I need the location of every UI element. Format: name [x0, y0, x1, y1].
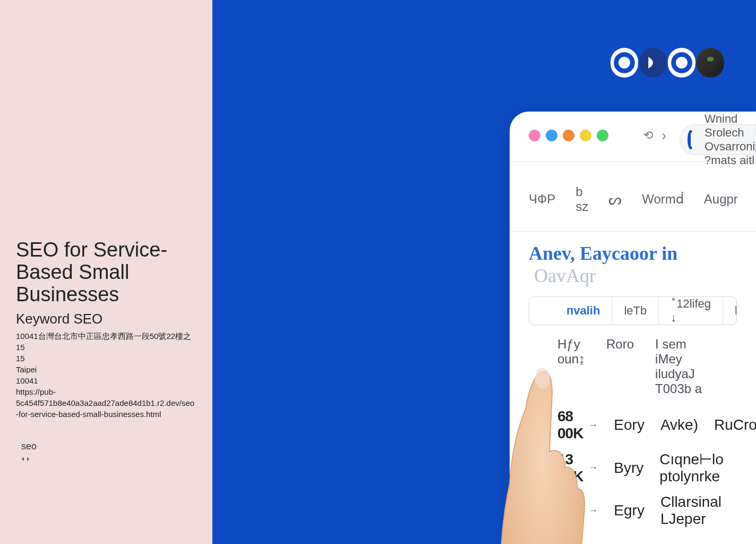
- row-tag: Byry: [614, 460, 643, 477]
- svg-point-3: [707, 57, 714, 62]
- row-label: Cllarsinal LJeper: [660, 494, 721, 528]
- window-dot[interactable]: [580, 130, 591, 141]
- tab-item[interactable]: Wormḋ: [642, 192, 684, 207]
- row-label: RuCroves: [714, 416, 756, 434]
- col-header[interactable]: Hƒy oun↨: [557, 337, 585, 396]
- address-line: 15: [16, 353, 196, 364]
- window-dot[interactable]: [529, 130, 540, 141]
- logo-glyph: [697, 48, 724, 78]
- tab-item[interactable]: ЧФР: [529, 192, 555, 207]
- window-dot[interactable]: [597, 130, 608, 141]
- tab-item[interactable]: Augpr: [704, 192, 738, 207]
- row-extra: Avke): [660, 416, 698, 434]
- expand-icon[interactable]: [21, 454, 196, 464]
- address-line: 10041台灣台北市中正區忠孝西路一段50號22樓之15: [16, 330, 196, 353]
- table-row[interactable]: 80 00K→BylxPonwП_Caurapednth: [510, 532, 756, 544]
- address-bar[interactable]: Wnind Srolech Ovsarroning ?mats aitl ··: [680, 124, 756, 155]
- heading-main: Anev, Eaycaoor in: [529, 243, 677, 264]
- table-row[interactable]: 8I 00K→EgryCllarsinal LJeper: [510, 489, 756, 532]
- window-controls[interactable]: [529, 130, 608, 141]
- table-body: 68 00K→EoryAvke)RuCroves13 00K→ByryCıqne…: [510, 404, 756, 544]
- row-label: Cıqne⊢lo ptolynrke: [659, 450, 724, 485]
- seo-label: seo: [21, 441, 196, 452]
- filter-cell[interactable]: ˟12lifeg ↓: [659, 297, 723, 325]
- trend-icon: →: [588, 505, 598, 516]
- address-text: Wnind Srolech Ovsarroning ?mats aitl ··: [705, 112, 756, 167]
- svg-point-1: [674, 55, 690, 71]
- logo-row: [611, 48, 724, 78]
- forward-icon[interactable]: ›: [662, 127, 666, 144]
- row-metric: 68 00K: [557, 408, 583, 442]
- svg-point-0: [616, 55, 633, 71]
- table-header: Hƒy oun↨ Roro I sem iMey iludyaJ T003b a: [510, 325, 756, 404]
- address-line: Taipei: [16, 364, 196, 375]
- col-header[interactable]: I sem iMey iludyaJ T003b a: [655, 337, 708, 396]
- trend-icon: →: [588, 420, 598, 431]
- filter-cell[interactable]: leTb: [612, 297, 659, 325]
- reload-icon[interactable]: ⟲: [643, 129, 653, 142]
- window-dot[interactable]: [546, 130, 557, 141]
- url-line: https://pub-5c454f571b8e40a3a2aad27ade84…: [16, 386, 196, 420]
- tab-item[interactable]: b sz: [575, 184, 588, 214]
- filter-bar: пvalih leTb ˟12lifeg ↓ lion ⤴ TVk ↝ Exci…: [529, 296, 737, 325]
- browser-window: ⟲ › Wnind Srolech Ovsarroning ?mats aitl…: [510, 112, 756, 544]
- row-tag: Egry: [614, 502, 645, 519]
- sidebar: SEO for Service-Based Small Businesses K…: [0, 0, 212, 544]
- logo-glyph: [668, 48, 695, 78]
- titlebar: ⟲ › Wnind Srolech Ovsarroning ?mats aitl…: [510, 112, 756, 159]
- window-dot[interactable]: [563, 130, 574, 141]
- col-header[interactable]: Roro: [606, 337, 634, 396]
- filter-cell[interactable]: пvalih: [529, 297, 612, 325]
- row-tag: Eory: [614, 416, 645, 434]
- page-heading: Anev, Eaycaoor in OavAqr: [510, 232, 756, 292]
- address-line: 10041: [16, 375, 196, 386]
- row-metric: 8I 00K: [557, 494, 583, 528]
- tab-item-icon[interactable]: ᔕ: [608, 191, 622, 208]
- tabs-row: ЧФР b sz ᔕ Wormḋ Augpr ƒ Tē Tigeŕv, | nl…: [510, 162, 756, 232]
- logo-glyph: [611, 48, 638, 78]
- page-subtitle: Keyword SEO: [16, 311, 196, 327]
- table-row[interactable]: 68 00K→EoryAvke)RuCroves: [510, 404, 756, 446]
- row-metric: 13 00K: [557, 451, 583, 485]
- filter-cell[interactable]: lion: [723, 297, 737, 325]
- main-panel: ⟲ › Wnind Srolech Ovsarroning ?mats aitl…: [212, 0, 756, 544]
- loading-spinner-icon: [688, 130, 694, 149]
- logo-glyph: [639, 48, 667, 78]
- page-title: SEO for Service-Based Small Businesses: [16, 239, 196, 305]
- table-row[interactable]: 13 00K→ByryCıqne⊢lo ptolynrke: [510, 446, 756, 489]
- trend-icon: →: [588, 462, 598, 473]
- heading-faded: OavAqr: [534, 265, 596, 286]
- row-metric: 80 00K: [557, 536, 583, 544]
